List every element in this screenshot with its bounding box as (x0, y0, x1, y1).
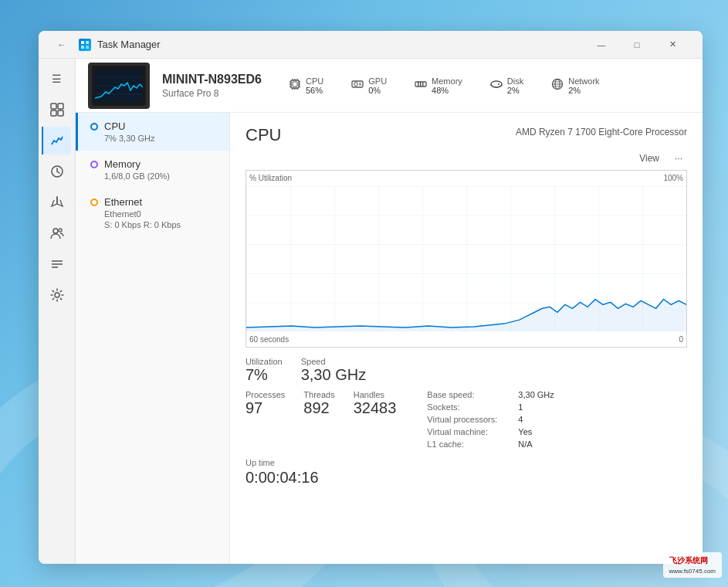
handles-stat: Handles 32483 (354, 390, 397, 449)
threads-stat: Threads 892 (303, 390, 334, 449)
minimize-button[interactable]: — (584, 31, 619, 59)
svg-point-10 (59, 229, 62, 232)
title-bar-left: ← Task Manager (51, 34, 584, 56)
perf-item-memory-header: Memory (90, 158, 217, 170)
svg-rect-5 (58, 103, 63, 109)
metric-gpu[interactable]: GPU 0% (345, 73, 393, 98)
sidebar-item-menu[interactable]: ☰ (43, 65, 71, 93)
sidebar-item-performance[interactable] (42, 127, 71, 154)
virtual-proc-val: 4 (518, 415, 523, 424)
svg-point-9 (53, 229, 58, 233)
network-label: Network (568, 76, 599, 86)
perf-sidebar: CPU 7% 3,30 GHz Memory 1,6/8,0 GB (20%) (76, 113, 230, 564)
cpu-dot (90, 123, 98, 131)
graph-time-right: 0 (679, 335, 683, 344)
svg-rect-0 (81, 41, 84, 44)
processes-stat: Processes 97 (245, 390, 285, 449)
svg-rect-1 (86, 41, 89, 44)
sidebar-item-startup[interactable] (43, 188, 71, 216)
perf-detail-area: CPU AMD Ryzen 7 1700 Eight-Core Processo… (230, 113, 703, 564)
handles-label: Handles (354, 390, 397, 399)
more-button[interactable]: ··· (670, 151, 687, 165)
close-button[interactable]: ✕ (655, 31, 690, 59)
virtual-proc-key: Virtual processors: (427, 415, 512, 424)
metric-cpu[interactable]: CPU 56% (283, 73, 330, 98)
svg-rect-6 (51, 110, 56, 116)
speed-stat: Speed 3,30 GHz (301, 357, 366, 384)
perf-detail-subtitle: AMD Ryzen 7 1700 Eight-Core Processor (516, 127, 687, 137)
memory-label: Memory (432, 76, 462, 86)
content-area: ☰ (39, 59, 703, 564)
gpu-label: GPU (368, 76, 387, 86)
l1-cache-key: L1 cache: (427, 439, 512, 449)
base-speed-row: Base speed: 3,30 GHz (427, 390, 554, 399)
threads-value: 892 (303, 399, 334, 417)
perf-detail-title: CPU (245, 125, 281, 145)
perf-cpu-name: CPU (104, 120, 125, 132)
sidebar-item-services[interactable] (43, 281, 71, 309)
info-col-1: Base speed: 3,30 GHz Sockets: 1 Virtual … (427, 390, 554, 449)
metric-network[interactable]: Network 2% (545, 73, 605, 98)
metric-memory[interactable]: Memory 48% (408, 73, 469, 98)
device-name: MININT-N893ED6 (162, 73, 270, 87)
svg-rect-4 (51, 103, 56, 109)
cpu-label: CPU (306, 76, 323, 86)
title-bar: ← Task Manager — □ ✕ (39, 31, 703, 59)
memory-dot (90, 161, 98, 168)
metric-disk[interactable]: Disk 2% (484, 73, 530, 98)
handles-value: 32483 (354, 399, 397, 417)
metric-memory-info: Memory 48% (432, 76, 462, 95)
svg-point-14 (55, 293, 59, 297)
l1-cache-val: N/A (518, 439, 532, 449)
sidebar-item-users[interactable] (43, 219, 71, 247)
sidebar-item-app-history[interactable] (43, 158, 71, 185)
network-value: 2% (568, 86, 599, 95)
sidebar: ☰ (39, 59, 76, 564)
sockets-row: Sockets: 1 (427, 402, 554, 412)
device-icon (88, 63, 150, 109)
virtual-machine-key: Virtual machine: (427, 427, 512, 436)
svg-rect-2 (81, 46, 84, 49)
maximize-button[interactable]: □ (619, 31, 655, 59)
svg-rect-38 (418, 82, 419, 87)
perf-ethernet-name: Ethernet (104, 196, 142, 208)
perf-memory-detail: 1,6/8,0 GB (20%) (90, 171, 217, 181)
perf-ethernet-detail2: S: 0 Kbps R: 0 Kbps (90, 220, 217, 229)
graph-y-label: % Utilization (249, 174, 292, 182)
svg-rect-3 (86, 46, 89, 49)
perf-item-cpu[interactable]: CPU 7% 3,30 GHz (76, 113, 229, 151)
uptime-group: Up time 0:00:04:16 (245, 455, 687, 487)
cpu-value: 56% (306, 86, 323, 95)
sidebar-item-details[interactable] (43, 250, 71, 278)
sockets-val: 1 (518, 402, 523, 412)
perf-item-cpu-header: CPU (90, 120, 217, 132)
perf-subtitle-group: AMD Ryzen 7 1700 Eight-Core Processor (516, 125, 687, 137)
stats-row-2: Processes 97 Threads 892 Handles 32483 (245, 390, 687, 449)
back-button[interactable]: ← (51, 34, 73, 56)
window-controls: — □ ✕ (584, 31, 690, 59)
svg-rect-40 (422, 82, 424, 87)
l1-cache-row: L1 cache: N/A (427, 439, 554, 449)
perf-title-group: CPU (245, 125, 281, 145)
view-button[interactable]: View (635, 151, 664, 165)
watermark-badge: 飞沙系统网www.fs0745.com (663, 552, 722, 578)
device-model: Surface Pro 8 (162, 88, 270, 99)
perf-item-ethernet-header: Ethernet (90, 196, 217, 208)
perf-area: CPU 7% 3,30 GHz Memory 1,6/8,0 GB (20%) (76, 113, 703, 564)
device-info: MININT-N893ED6 Surface Pro 8 (162, 73, 270, 99)
utilization-label: Utilization (245, 357, 283, 366)
perf-item-ethernet[interactable]: Ethernet Ethernet0 S: 0 Kbps R: 0 Kbps (76, 188, 229, 237)
perf-cpu-detail: 7% 3,30 GHz (90, 134, 217, 143)
disk-icon (490, 78, 503, 93)
svg-rect-20 (293, 82, 297, 87)
speed-value: 3,30 GHz (301, 366, 366, 384)
app-icon (79, 39, 91, 51)
sidebar-item-processes[interactable] (43, 96, 71, 124)
perf-item-memory[interactable]: Memory 1,6/8,0 GB (20%) (76, 151, 229, 188)
metric-network-info: Network 2% (568, 76, 599, 95)
task-manager-window: ← Task Manager — □ ✕ ☰ (39, 31, 703, 564)
perf-ethernet-detail1: Ethernet0 (90, 209, 217, 219)
svg-rect-39 (420, 82, 422, 87)
ethernet-dot (90, 198, 98, 206)
virtual-proc-row: Virtual processors: 4 (427, 415, 554, 424)
